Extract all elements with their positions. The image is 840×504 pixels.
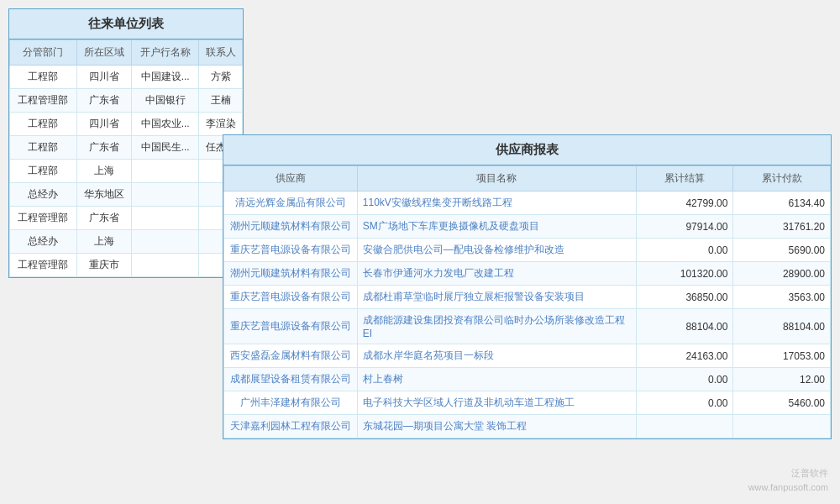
settled-cell: 36850.00 (636, 286, 733, 309)
right-table-row: 潮州元顺建筑材料有限公司SM广场地下车库更换摄像机及硬盘项目97914.0031… (224, 215, 831, 239)
left-table-cell: 重庆市 (76, 254, 132, 277)
watermark-line2: www.fanpusoft.com (748, 480, 828, 495)
right-table-row: 潮州元顺建筑材料有限公司长春市伊通河水力发电厂改建工程101320.002890… (224, 262, 831, 286)
left-table-row: 工程管理部广东省中国银行王楠 (10, 89, 243, 113)
paid-cell: 28900.00 (733, 262, 831, 286)
settled-cell: 101320.00 (636, 262, 733, 286)
left-table-cell: 上海 (76, 230, 132, 254)
supplier-cell: 清远光辉金属品有限公司 (224, 192, 358, 215)
left-table-row: 工程管理部广东省 (10, 207, 243, 230)
left-table-cell: 工程部 (10, 160, 77, 183)
left-table-row: 总经办上海 (10, 230, 243, 254)
left-table-cell: 广东省 (76, 89, 132, 113)
left-table-row: 工程部四川省中国农业...李渲染 (10, 113, 243, 136)
supplier-cell: 重庆艺普电源设备有限公司 (224, 309, 358, 344)
settled-cell: 42799.00 (636, 192, 733, 215)
right-table-row: 西安盛磊金属材料有限公司成都水岸华庭名苑项目一标段24163.0017053.0… (224, 344, 831, 368)
settled-cell: 88104.00 (636, 309, 733, 344)
settled-cell: 97914.00 (636, 215, 733, 239)
left-table-cell: 工程部 (10, 136, 77, 160)
supplier-cell: 潮州元顺建筑材料有限公司 (224, 215, 358, 239)
left-table-cell: 华东地区 (76, 183, 132, 207)
supplier-cell: 成都展望设备租赁有限公司 (224, 368, 358, 391)
left-table-row: 总经办华东地区 (10, 183, 243, 207)
right-table-header-row: 供应商 项目名称 累计结算 累计付款 (224, 166, 831, 192)
left-table-row: 工程部四川省中国建设...方紫 (10, 66, 243, 89)
watermark: 泛普软件 www.fanpusoft.com (748, 466, 828, 494)
settled-cell: 0.00 (636, 239, 733, 262)
left-table-cell: 工程部 (10, 66, 77, 89)
left-table-cell: 工程管理部 (10, 89, 77, 113)
settled-cell (636, 415, 733, 438)
paid-cell: 31761.20 (733, 215, 831, 239)
left-table-cell: 方紫 (199, 66, 243, 89)
left-table-cell: 四川省 (76, 66, 132, 89)
settled-cell: 0.00 (636, 368, 733, 391)
right-table-wrapper: 供应商报表 供应商 项目名称 累计结算 累计付款 清远光辉金属品有限公司110k… (223, 134, 832, 439)
left-table-cell (132, 254, 199, 277)
left-col-contact: 联系人 (199, 40, 243, 66)
project-cell: 成都能源建设集团投资有限公司临时办公场所装修改造工程EI (357, 309, 636, 344)
right-col-project: 项目名称 (357, 166, 636, 192)
paid-cell: 5690.00 (733, 239, 831, 262)
supplier-cell: 重庆艺普电源设备有限公司 (224, 286, 358, 309)
left-table-cell: 四川省 (76, 113, 132, 136)
right-table-row: 天津嘉利园林工程有限公司东城花园—期项目公寓大堂 装饰工程 (224, 415, 831, 438)
right-table-row: 成都展望设备租赁有限公司村上春树0.0012.00 (224, 368, 831, 391)
right-table-row: 重庆艺普电源设备有限公司成都杜甫草堂临时展厅独立展柜报警设备安装项目36850.… (224, 286, 831, 309)
right-table-title: 供应商报表 (223, 135, 831, 165)
left-table-cell: 总经办 (10, 230, 77, 254)
right-table-row: 重庆艺普电源设备有限公司成都能源建设集团投资有限公司临时办公场所装修改造工程EI… (224, 309, 831, 344)
settled-cell: 24163.00 (636, 344, 733, 368)
left-table-row: 工程部广东省中国民生...任杰明 (10, 136, 243, 160)
left-table-cell (132, 183, 199, 207)
left-table-cell: 工程管理部 (10, 207, 77, 230)
left-col-bank: 开户行名称 (132, 40, 199, 66)
paid-cell: 3563.00 (733, 286, 831, 309)
left-table-wrapper: 往来单位列表 分管部门 所在区域 开户行名称 联系人 工程部四川省中国建设...… (8, 8, 244, 278)
paid-cell: 12.00 (733, 368, 831, 391)
project-cell: 东城花园—期项目公寓大堂 装饰工程 (357, 415, 636, 438)
left-table-cell: 中国银行 (132, 89, 199, 113)
left-table-cell: 上海 (76, 160, 132, 183)
project-cell: 成都杜甫草堂临时展厅独立展柜报警设备安装项目 (357, 286, 636, 309)
right-table-row: 广州丰泽建材有限公司电子科技大学区域人行道及非机动车道工程施工0.005460.… (224, 391, 831, 415)
left-table-cell: 广东省 (76, 136, 132, 160)
watermark-line1: 泛普软件 (748, 466, 828, 480)
left-table-cell: 工程管理部 (10, 254, 77, 277)
left-table-cell: 工程部 (10, 113, 77, 136)
right-col-paid: 累计付款 (733, 166, 831, 192)
right-col-settled: 累计结算 (636, 166, 733, 192)
left-table: 分管部门 所在区域 开户行名称 联系人 工程部四川省中国建设...方紫工程管理部… (9, 39, 243, 277)
left-table-row: 工程管理部重庆市 (10, 254, 243, 277)
left-table-title: 往来单位列表 (9, 9, 243, 39)
right-table-row: 清远光辉金属品有限公司110kV安徽线程集变开断线路工程42799.006134… (224, 192, 831, 215)
supplier-cell: 西安盛磊金属材料有限公司 (224, 344, 358, 368)
left-table-cell (132, 207, 199, 230)
page-container: 往来单位列表 分管部门 所在区域 开户行名称 联系人 工程部四川省中国建设...… (0, 0, 840, 504)
settled-cell: 0.00 (636, 391, 733, 415)
left-table-header-row: 分管部门 所在区域 开户行名称 联系人 (10, 40, 243, 66)
project-cell: 安徽合肥供电公司—配电设备检修维护和改造 (357, 239, 636, 262)
right-table-row: 重庆艺普电源设备有限公司安徽合肥供电公司—配电设备检修维护和改造0.005690… (224, 239, 831, 262)
left-col-region: 所在区域 (76, 40, 132, 66)
paid-cell: 17053.00 (733, 344, 831, 368)
left-table-cell: 中国农业... (132, 113, 199, 136)
left-table-cell: 总经办 (10, 183, 77, 207)
left-table-cell (132, 160, 199, 183)
supplier-cell: 重庆艺普电源设备有限公司 (224, 239, 358, 262)
left-table-row: 工程部上海 (10, 160, 243, 183)
left-table-cell: 广东省 (76, 207, 132, 230)
project-cell: 110kV安徽线程集变开断线路工程 (357, 192, 636, 215)
project-cell: 电子科技大学区域人行道及非机动车道工程施工 (357, 391, 636, 415)
project-cell: 成都水岸华庭名苑项目一标段 (357, 344, 636, 368)
paid-cell: 6134.40 (733, 192, 831, 215)
paid-cell: 88104.00 (733, 309, 831, 344)
left-table-cell: 中国民生... (132, 136, 199, 160)
paid-cell: 5460.00 (733, 391, 831, 415)
left-table-cell: 李渲染 (199, 113, 243, 136)
project-cell: SM广场地下车库更换摄像机及硬盘项目 (357, 215, 636, 239)
left-table-cell (132, 230, 199, 254)
left-col-dept: 分管部门 (10, 40, 77, 66)
supplier-cell: 潮州元顺建筑材料有限公司 (224, 262, 358, 286)
